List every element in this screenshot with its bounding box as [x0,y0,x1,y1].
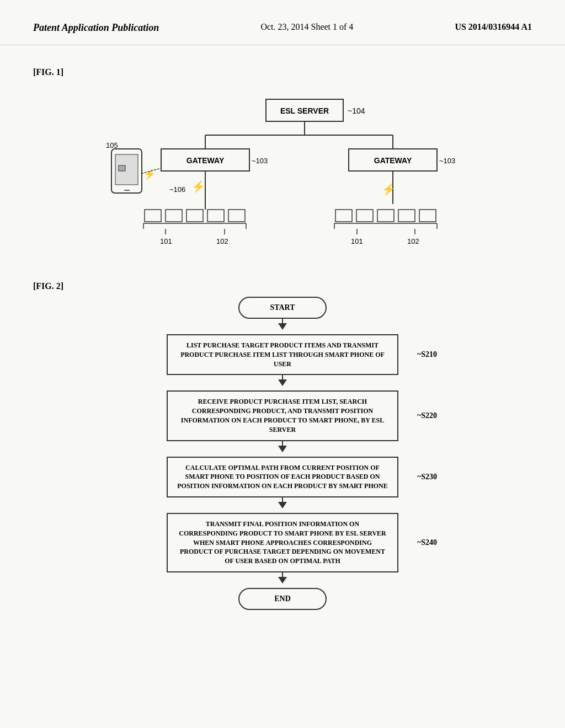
svg-text:102: 102 [407,237,419,245]
arrow2 [117,375,448,390]
page-header: Patent Application Publication Oct. 23, … [0,0,565,45]
arrow4 [117,497,448,513]
svg-rect-33 [377,210,394,222]
publication-date: Oct. 23, 2014 Sheet 1 of 4 [260,22,353,32]
fig1-label: [FIG. 1] [33,67,532,77]
publication-label: Patent Application Publication [33,22,159,34]
svg-text:101: 101 [160,237,172,245]
step-s220-row: RECEIVE PRODUCT PURCHASE ITEM LIST, SEAR… [128,390,437,441]
svg-text:GATEWAY: GATEWAY [374,156,412,165]
svg-rect-32 [356,210,373,222]
svg-rect-31 [335,210,352,222]
arrow-down-icon [278,323,287,330]
svg-rect-18 [166,210,182,222]
arrow-down-icon5 [278,577,287,584]
step-s240-row: TRANSMIT FINAL POSITION INFORMATION ON C… [128,513,437,572]
svg-text:101: 101 [351,237,363,245]
start-node: START [238,297,327,319]
arrow3 [117,441,448,457]
fig2-label: [FIG. 2] [33,281,532,291]
step-s220-box: RECEIVE PRODUCT PURCHASE ITEM LIST, SEAR… [167,390,398,441]
svg-text:~103: ~103 [252,157,268,165]
patent-number: US 2014/0316944 A1 [455,22,532,32]
svg-rect-45 [119,165,125,171]
fig1-diagram: ESL SERVER ~104 GATEWAY ~103 GATEWAY ~10… [84,83,481,270]
step-s230-row: CALCULATE OPTIMAL PATH FROM CURRENT POSI… [128,457,437,497]
svg-text:105: 105 [106,141,118,149]
svg-text:GATEWAY: GATEWAY [186,156,225,165]
svg-rect-20 [207,210,224,222]
svg-rect-19 [186,210,203,222]
svg-text:⚡: ⚡ [382,183,396,196]
svg-rect-35 [419,210,436,222]
arrow5 [117,572,448,588]
svg-text:~103: ~103 [439,157,455,165]
arrow-down-icon4 [278,502,287,508]
step-s240-box: TRANSMIT FINAL POSITION INFORMATION ON C… [167,513,398,572]
step-s210-row: LIST PURCHASE TARGET PRODUCT ITEMS AND T… [128,334,437,375]
arrow-down-icon2 [278,379,287,386]
arrow1 [117,319,448,334]
svg-text:⚡: ⚡ [191,180,205,193]
svg-text:102: 102 [216,237,228,245]
svg-text:~106: ~106 [169,185,185,194]
step-s210-box: LIST PURCHASE TARGET PRODUCT ITEMS AND T… [167,334,398,375]
arrow-down-icon3 [278,446,287,452]
fig2-diagram: START LIST PURCHASE TARGET PRODUCT ITEMS… [117,297,448,610]
end-node: END [238,588,327,610]
step-s240-label: ~S240 [417,538,437,547]
svg-text:~104: ~104 [348,106,365,115]
svg-text:ESL SERVER: ESL SERVER [280,106,329,115]
step-s210-label: ~S210 [417,350,437,359]
step-s230-label: ~S230 [417,473,437,481]
step-s220-label: ~S220 [417,411,437,420]
svg-rect-21 [228,210,245,222]
svg-rect-17 [145,210,161,222]
step-s230-box: CALCULATE OPTIMAL PATH FROM CURRENT POSI… [167,457,398,497]
svg-rect-34 [398,210,415,222]
